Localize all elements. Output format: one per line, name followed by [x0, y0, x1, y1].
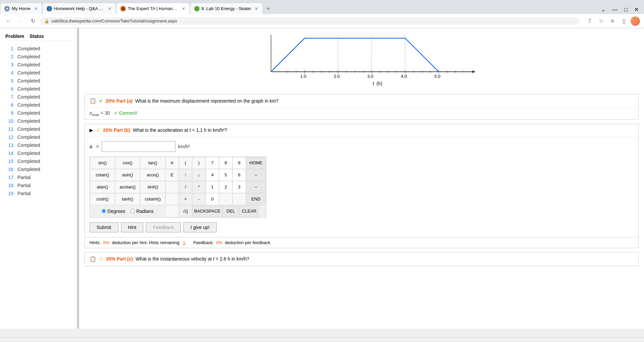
problem-num-2[interactable]: 2	[5, 54, 13, 59]
problem-num-16[interactable]: 16	[5, 167, 13, 172]
answer-input[interactable]	[102, 141, 175, 152]
problem-num-10[interactable]: 10	[5, 118, 13, 124]
calc-8[interactable]: 8	[219, 157, 232, 169]
calc-4[interactable]: 4	[206, 169, 219, 181]
calc-sinh[interactable]: sinh()	[140, 181, 165, 193]
calc-3[interactable]: 3	[232, 181, 246, 193]
calc-6[interactable]: 6	[232, 169, 246, 181]
calc-dash2[interactable]: –	[246, 181, 266, 193]
calc-2[interactable]: 2	[219, 181, 232, 193]
problem-num-13[interactable]: 13	[5, 142, 13, 148]
calc-cos[interactable]: cos()	[115, 157, 140, 169]
tab-my-home-close[interactable]: ✕	[34, 6, 38, 11]
calc-home[interactable]: HOME	[246, 157, 266, 169]
problem-num-8[interactable]: 8	[5, 102, 13, 108]
minimize-button[interactable]: —	[609, 5, 620, 14]
degrees-radio[interactable]	[102, 209, 106, 213]
calc-backspace[interactable]: BACKSPACE	[192, 205, 222, 217]
problem-num-17[interactable]: 17	[5, 175, 13, 180]
give-up-button[interactable]: I give up!	[183, 222, 217, 232]
calc-asin[interactable]: asin()	[115, 169, 140, 181]
problem-num-5[interactable]: 5	[5, 78, 13, 83]
calc-1[interactable]: 1	[206, 181, 219, 193]
problem-num-15[interactable]: 15	[5, 159, 13, 164]
problem-num-18[interactable]: 18	[5, 183, 13, 188]
tab-expert-ta-close[interactable]: ✕	[181, 6, 185, 11]
calc-cotan[interactable]: cotan()	[90, 169, 115, 181]
calc-atan[interactable]: atan()	[90, 181, 115, 193]
calc-9[interactable]: 9	[232, 157, 246, 169]
calc-multiply[interactable]: *	[192, 181, 206, 193]
calc-down[interactable]: ↓	[192, 169, 206, 181]
maximize-button[interactable]: □	[622, 5, 630, 14]
calc-open-paren[interactable]: (	[179, 157, 192, 169]
problem-num-19[interactable]: 19	[5, 191, 13, 196]
tab-my-home[interactable]: 🏠 My Home ✕	[0, 3, 42, 14]
calc-0[interactable]: 0	[206, 193, 219, 205]
url-bar[interactable]: 🔒 usb06ca.theexpertta.com/Common/TakeTut…	[40, 17, 580, 25]
problem-status-17: Partial	[17, 175, 31, 180]
share-button[interactable]: ⤴	[585, 16, 594, 26]
calc-minus[interactable]: -	[192, 193, 206, 205]
submit-button[interactable]: Submit	[90, 222, 118, 232]
bookmark-button[interactable]: ☆	[596, 16, 606, 26]
problem-num-11[interactable]: 11	[5, 126, 13, 132]
calc-e[interactable]: E	[165, 169, 179, 181]
tab-lab-energy[interactable]: 🌿 8. Lab 10 Energy - Skater ✕	[190, 3, 263, 14]
new-tab-button[interactable]: +	[263, 3, 274, 14]
close-button[interactable]: ✕	[632, 5, 641, 14]
tab-list-button[interactable]: ⌄	[598, 5, 608, 14]
calc-clear[interactable]: CLEAR	[239, 205, 259, 217]
calc-tanh[interactable]: tanh()	[115, 193, 140, 205]
problem-num-4[interactable]: 4	[5, 70, 13, 75]
tab-lab-energy-close[interactable]: ✕	[255, 6, 259, 11]
calc-7[interactable]: 7	[206, 157, 219, 169]
sidebar-toggle[interactable]: ▯	[619, 16, 629, 26]
problem-row-12: 12 Completed	[5, 133, 71, 141]
tab-homework-help[interactable]: 📘 Homework Help - Q&A from On... ✕	[42, 3, 116, 14]
calc-dot[interactable]: .	[219, 193, 232, 205]
problem-num-6[interactable]: 6	[5, 86, 13, 92]
back-button[interactable]: ←	[4, 16, 13, 26]
problem-num-14[interactable]: 14	[5, 151, 13, 156]
problem-num-7[interactable]: 7	[5, 94, 13, 100]
calc-dash1[interactable]: –	[246, 169, 266, 181]
problem-num-3[interactable]: 3	[5, 62, 13, 67]
part-c-warn-icon: ⚠	[99, 256, 103, 262]
calc-tan[interactable]: tan()	[140, 157, 165, 169]
calc-acos[interactable]: acos()	[140, 169, 165, 181]
calc-cotanh[interactable]: cotanh()	[140, 193, 165, 205]
calc-end[interactable]: END	[246, 193, 266, 205]
calc-plus[interactable]: +	[179, 193, 192, 205]
profile-menu-button[interactable]: ≡	[608, 16, 617, 26]
calc-cosh[interactable]: cosh()	[90, 193, 115, 205]
calc-pi[interactable]: π	[165, 157, 179, 169]
problem-num-9[interactable]: 9	[5, 110, 13, 116]
problem-list: 1 Completed 2 Completed 3 Completed 4 Co…	[5, 45, 71, 197]
calc-5[interactable]: 5	[219, 169, 232, 181]
user-avatar[interactable]	[631, 16, 640, 26]
calc-sqrt[interactable]: √()	[179, 205, 192, 217]
calc-sin[interactable]: sin()	[90, 157, 115, 169]
svg-text:3.0: 3.0	[367, 74, 373, 79]
radians-radio-label[interactable]: Radians	[130, 209, 153, 214]
problem-num-12[interactable]: 12	[5, 134, 13, 140]
calc-del[interactable]: DEL	[222, 205, 239, 217]
calc-divide[interactable]: /	[179, 181, 192, 193]
forward-button[interactable]: →	[16, 16, 25, 26]
refresh-button[interactable]: ↻	[28, 16, 38, 26]
part-c-section: 📋 ⚠ 20% Part (c) What is the instantaneo…	[85, 252, 639, 266]
calc-close-paren[interactable]: )	[192, 157, 206, 169]
calc-acotan[interactable]: acotan()	[115, 181, 140, 193]
radians-radio[interactable]	[130, 209, 135, 213]
calc-up[interactable]: ↑	[179, 169, 192, 181]
hints-remaining-link[interactable]: 1	[183, 240, 185, 245]
problem-num-1[interactable]: 1	[5, 46, 13, 51]
hint-button[interactable]: Hint	[121, 222, 144, 232]
degrees-radio-label[interactable]: Degrees	[102, 209, 125, 214]
feedback-button[interactable]: Feedback	[146, 222, 180, 232]
tab-expert-ta[interactable]: 🎓 The Expert TA | Human-like Grad... ✕	[116, 3, 190, 14]
tab-homework-close[interactable]: ✕	[108, 6, 112, 11]
part-c-label: 20% Part (c)	[106, 256, 133, 262]
part-b-warn-icon: ⚠	[96, 127, 100, 133]
